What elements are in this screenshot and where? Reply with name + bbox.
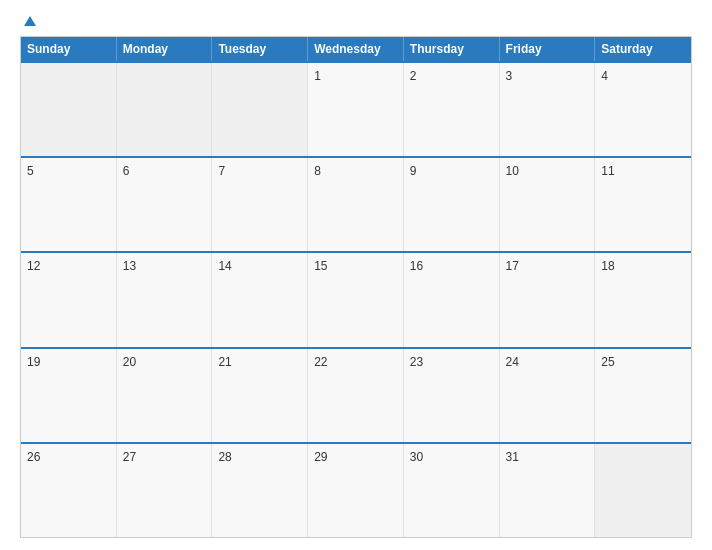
cal-cell: 22 [308, 349, 404, 442]
day-number: 28 [218, 450, 231, 464]
cal-cell: 19 [21, 349, 117, 442]
day-header-saturday: Saturday [595, 37, 691, 61]
day-number: 10 [506, 164, 519, 178]
page: SundayMondayTuesdayWednesdayThursdayFrid… [0, 0, 712, 550]
day-number: 13 [123, 259, 136, 273]
day-number: 22 [314, 355, 327, 369]
day-number: 9 [410, 164, 417, 178]
cal-cell: 26 [21, 444, 117, 537]
cal-cell: 31 [500, 444, 596, 537]
day-number: 25 [601, 355, 614, 369]
cal-cell: 5 [21, 158, 117, 251]
week-row-3: 12131415161718 [21, 251, 691, 346]
day-number: 20 [123, 355, 136, 369]
day-number: 3 [506, 69, 513, 83]
logo-triangle-icon [24, 16, 36, 26]
cal-cell: 8 [308, 158, 404, 251]
day-number: 12 [27, 259, 40, 273]
day-number: 6 [123, 164, 130, 178]
day-header-sunday: Sunday [21, 37, 117, 61]
logo-blue-text [20, 16, 36, 26]
cal-cell: 21 [212, 349, 308, 442]
cal-cell: 18 [595, 253, 691, 346]
day-number: 26 [27, 450, 40, 464]
cal-cell: 24 [500, 349, 596, 442]
day-number: 21 [218, 355, 231, 369]
cal-cell: 17 [500, 253, 596, 346]
day-number: 2 [410, 69, 417, 83]
cal-cell: 13 [117, 253, 213, 346]
day-header-monday: Monday [117, 37, 213, 61]
day-number: 7 [218, 164, 225, 178]
cal-cell: 10 [500, 158, 596, 251]
day-number: 15 [314, 259, 327, 273]
day-header-friday: Friday [500, 37, 596, 61]
cal-cell [595, 444, 691, 537]
week-row-5: 262728293031 [21, 442, 691, 537]
cal-cell: 4 [595, 63, 691, 156]
cal-cell: 23 [404, 349, 500, 442]
calendar-body: 1234567891011121314151617181920212223242… [21, 61, 691, 537]
cal-cell: 3 [500, 63, 596, 156]
calendar: SundayMondayTuesdayWednesdayThursdayFrid… [20, 36, 692, 538]
week-row-4: 19202122232425 [21, 347, 691, 442]
day-number: 14 [218, 259, 231, 273]
header [20, 16, 692, 26]
cal-cell: 1 [308, 63, 404, 156]
day-header-wednesday: Wednesday [308, 37, 404, 61]
cal-cell: 20 [117, 349, 213, 442]
day-number: 30 [410, 450, 423, 464]
cal-cell: 6 [117, 158, 213, 251]
day-header-tuesday: Tuesday [212, 37, 308, 61]
day-number: 19 [27, 355, 40, 369]
logo [20, 16, 36, 26]
day-number: 31 [506, 450, 519, 464]
day-number: 16 [410, 259, 423, 273]
cal-cell: 29 [308, 444, 404, 537]
day-number: 23 [410, 355, 423, 369]
cal-cell: 27 [117, 444, 213, 537]
cal-cell: 28 [212, 444, 308, 537]
day-number: 1 [314, 69, 321, 83]
cal-cell: 16 [404, 253, 500, 346]
day-header-thursday: Thursday [404, 37, 500, 61]
cal-cell: 25 [595, 349, 691, 442]
day-number: 11 [601, 164, 614, 178]
week-row-1: 1234 [21, 61, 691, 156]
cal-cell [21, 63, 117, 156]
day-number: 24 [506, 355, 519, 369]
cal-cell: 30 [404, 444, 500, 537]
day-number: 29 [314, 450, 327, 464]
day-number: 27 [123, 450, 136, 464]
day-number: 5 [27, 164, 34, 178]
week-row-2: 567891011 [21, 156, 691, 251]
cal-cell: 2 [404, 63, 500, 156]
day-number: 18 [601, 259, 614, 273]
cal-cell [212, 63, 308, 156]
day-number: 17 [506, 259, 519, 273]
day-number: 8 [314, 164, 321, 178]
calendar-header-row: SundayMondayTuesdayWednesdayThursdayFrid… [21, 37, 691, 61]
cal-cell: 11 [595, 158, 691, 251]
cal-cell: 14 [212, 253, 308, 346]
cal-cell: 15 [308, 253, 404, 346]
day-number: 4 [601, 69, 608, 83]
cal-cell [117, 63, 213, 156]
cal-cell: 7 [212, 158, 308, 251]
cal-cell: 9 [404, 158, 500, 251]
cal-cell: 12 [21, 253, 117, 346]
